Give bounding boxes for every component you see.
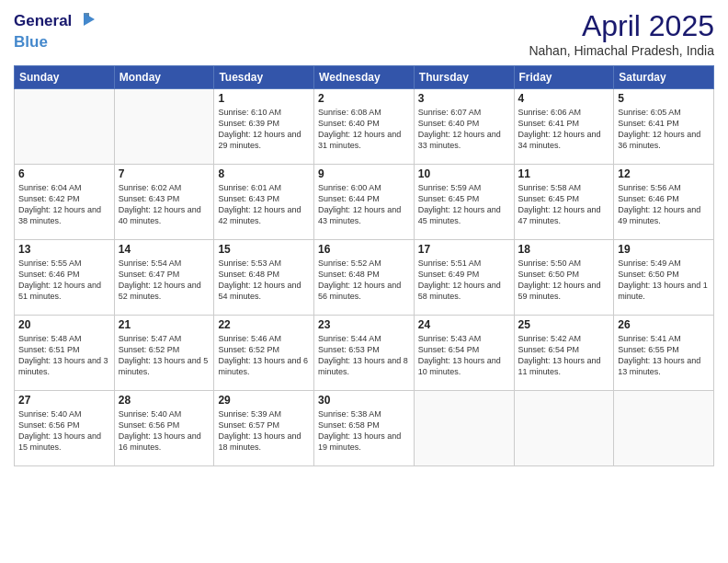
- day-number: 25: [518, 318, 610, 331]
- day-number: 12: [618, 167, 710, 180]
- calendar-cell: 19Sunrise: 5:49 AM Sunset: 6:50 PM Dayli…: [614, 240, 714, 316]
- calendar-cell: 8Sunrise: 6:01 AM Sunset: 6:43 PM Daylig…: [214, 165, 314, 240]
- day-info: Sunrise: 5:38 AM Sunset: 6:58 PM Dayligh…: [318, 408, 410, 454]
- day-info: Sunrise: 5:56 AM Sunset: 6:46 PM Dayligh…: [618, 182, 710, 227]
- day-info: Sunrise: 6:10 AM Sunset: 6:39 PM Dayligh…: [218, 107, 310, 152]
- day-number: 26: [618, 318, 710, 331]
- day-info: Sunrise: 5:51 AM Sunset: 6:49 PM Dayligh…: [418, 258, 510, 303]
- week-row-5: 27Sunrise: 5:40 AM Sunset: 6:56 PM Dayli…: [15, 391, 714, 466]
- day-number: 5: [618, 92, 710, 105]
- day-info: Sunrise: 6:01 AM Sunset: 6:43 PM Dayligh…: [218, 182, 310, 227]
- calendar-table: Sunday Monday Tuesday Wednesday Thursday…: [14, 65, 714, 466]
- day-info: Sunrise: 5:46 AM Sunset: 6:52 PM Dayligh…: [218, 333, 310, 378]
- col-monday: Monday: [114, 66, 214, 89]
- day-number: 3: [418, 92, 510, 105]
- logo: General Blue: [14, 9, 97, 51]
- day-number: 4: [518, 92, 610, 105]
- week-row-4: 20Sunrise: 5:48 AM Sunset: 6:51 PM Dayli…: [15, 316, 714, 391]
- day-number: 10: [418, 167, 510, 180]
- calendar-cell: [514, 391, 614, 466]
- calendar-cell: 20Sunrise: 5:48 AM Sunset: 6:51 PM Dayli…: [15, 316, 115, 391]
- calendar-cell: 26Sunrise: 5:41 AM Sunset: 6:55 PM Dayli…: [614, 316, 714, 391]
- day-number: 22: [218, 318, 310, 331]
- day-info: Sunrise: 6:05 AM Sunset: 6:41 PM Dayligh…: [618, 107, 710, 152]
- calendar-cell: 30Sunrise: 5:38 AM Sunset: 6:58 PM Dayli…: [314, 391, 415, 466]
- day-number: 19: [618, 243, 710, 256]
- day-info: Sunrise: 5:58 AM Sunset: 6:45 PM Dayligh…: [518, 182, 610, 227]
- col-sunday: Sunday: [15, 66, 115, 89]
- day-number: 8: [218, 167, 310, 180]
- day-info: Sunrise: 6:06 AM Sunset: 6:41 PM Dayligh…: [518, 107, 610, 152]
- page: General Blue April 2025 Nahan, Himachal …: [0, 0, 728, 563]
- logo-text: General Blue: [14, 9, 97, 51]
- day-info: Sunrise: 5:39 AM Sunset: 6:57 PM Dayligh…: [218, 408, 310, 454]
- day-number: 14: [119, 243, 210, 256]
- calendar-cell: 9Sunrise: 6:00 AM Sunset: 6:44 PM Daylig…: [314, 165, 415, 240]
- week-row-2: 6Sunrise: 6:04 AM Sunset: 6:42 PM Daylig…: [15, 165, 714, 240]
- calendar-cell: 11Sunrise: 5:58 AM Sunset: 6:45 PM Dayli…: [514, 165, 614, 240]
- day-number: 28: [119, 394, 210, 407]
- day-number: 9: [318, 167, 410, 180]
- day-number: 13: [18, 243, 110, 256]
- day-number: 29: [218, 394, 310, 407]
- calendar-cell: 3Sunrise: 6:07 AM Sunset: 6:40 PM Daylig…: [414, 89, 514, 165]
- col-friday: Friday: [514, 66, 614, 89]
- calendar-cell: 21Sunrise: 5:47 AM Sunset: 6:52 PM Dayli…: [114, 316, 214, 391]
- day-info: Sunrise: 6:07 AM Sunset: 6:40 PM Dayligh…: [418, 107, 510, 152]
- calendar-cell: 25Sunrise: 5:42 AM Sunset: 6:54 PM Dayli…: [514, 316, 614, 391]
- calendar-cell: 16Sunrise: 5:52 AM Sunset: 6:48 PM Dayli…: [314, 240, 415, 316]
- calendar-cell: 24Sunrise: 5:43 AM Sunset: 6:54 PM Dayli…: [414, 316, 514, 391]
- day-info: Sunrise: 5:40 AM Sunset: 6:56 PM Dayligh…: [119, 408, 210, 454]
- calendar-cell: [15, 89, 115, 165]
- calendar-cell: [414, 391, 514, 466]
- day-info: Sunrise: 5:48 AM Sunset: 6:51 PM Dayligh…: [18, 333, 110, 378]
- week-row-1: 1Sunrise: 6:10 AM Sunset: 6:39 PM Daylig…: [15, 89, 714, 165]
- day-number: 24: [418, 318, 510, 331]
- day-number: 30: [318, 394, 410, 407]
- day-number: 20: [18, 318, 110, 331]
- calendar-cell: 6Sunrise: 6:04 AM Sunset: 6:42 PM Daylig…: [15, 165, 115, 240]
- col-saturday: Saturday: [614, 66, 714, 89]
- col-wednesday: Wednesday: [314, 66, 415, 89]
- location: Nahan, Himachal Pradesh, India: [529, 43, 714, 58]
- col-tuesday: Tuesday: [214, 66, 314, 89]
- calendar-cell: 12Sunrise: 5:56 AM Sunset: 6:46 PM Dayli…: [614, 165, 714, 240]
- day-number: 1: [218, 92, 310, 105]
- month-title: April 2025: [529, 9, 714, 43]
- calendar-cell: 14Sunrise: 5:54 AM Sunset: 6:47 PM Dayli…: [114, 240, 214, 316]
- day-number: 21: [119, 318, 210, 331]
- calendar-cell: 27Sunrise: 5:40 AM Sunset: 6:56 PM Dayli…: [15, 391, 115, 466]
- day-info: Sunrise: 5:55 AM Sunset: 6:46 PM Dayligh…: [18, 258, 110, 303]
- day-number: 7: [119, 167, 210, 180]
- day-info: Sunrise: 6:08 AM Sunset: 6:40 PM Dayligh…: [318, 107, 410, 152]
- calendar-cell: 1Sunrise: 6:10 AM Sunset: 6:39 PM Daylig…: [214, 89, 314, 165]
- day-number: 27: [18, 394, 110, 407]
- calendar-cell: 13Sunrise: 5:55 AM Sunset: 6:46 PM Dayli…: [15, 240, 115, 316]
- calendar-cell: 22Sunrise: 5:46 AM Sunset: 6:52 PM Dayli…: [214, 316, 314, 391]
- day-number: 6: [18, 167, 110, 180]
- day-info: Sunrise: 5:43 AM Sunset: 6:54 PM Dayligh…: [418, 333, 510, 378]
- day-info: Sunrise: 5:42 AM Sunset: 6:54 PM Dayligh…: [518, 333, 610, 378]
- calendar-cell: 18Sunrise: 5:50 AM Sunset: 6:50 PM Dayli…: [514, 240, 614, 316]
- day-info: Sunrise: 5:49 AM Sunset: 6:50 PM Dayligh…: [618, 258, 710, 303]
- calendar-cell: 17Sunrise: 5:51 AM Sunset: 6:49 PM Dayli…: [414, 240, 514, 316]
- calendar-cell: 5Sunrise: 6:05 AM Sunset: 6:41 PM Daylig…: [614, 89, 714, 165]
- calendar-cell: 2Sunrise: 6:08 AM Sunset: 6:40 PM Daylig…: [314, 89, 415, 165]
- calendar-cell: 7Sunrise: 6:02 AM Sunset: 6:43 PM Daylig…: [114, 165, 214, 240]
- day-info: Sunrise: 5:40 AM Sunset: 6:56 PM Dayligh…: [18, 408, 110, 454]
- title-block: April 2025 Nahan, Himachal Pradesh, Indi…: [529, 9, 714, 58]
- day-info: Sunrise: 5:50 AM Sunset: 6:50 PM Dayligh…: [518, 258, 610, 303]
- calendar-cell: [114, 89, 214, 165]
- calendar-cell: 10Sunrise: 5:59 AM Sunset: 6:45 PM Dayli…: [414, 165, 514, 240]
- header: General Blue April 2025 Nahan, Himachal …: [14, 9, 714, 58]
- calendar-cell: 23Sunrise: 5:44 AM Sunset: 6:53 PM Dayli…: [314, 316, 415, 391]
- day-number: 15: [218, 243, 310, 256]
- day-number: 23: [318, 318, 410, 331]
- calendar-cell: 28Sunrise: 5:40 AM Sunset: 6:56 PM Dayli…: [114, 391, 214, 466]
- day-info: Sunrise: 6:00 AM Sunset: 6:44 PM Dayligh…: [318, 182, 410, 227]
- day-info: Sunrise: 5:54 AM Sunset: 6:47 PM Dayligh…: [119, 258, 210, 303]
- day-info: Sunrise: 5:44 AM Sunset: 6:53 PM Dayligh…: [318, 333, 410, 378]
- day-number: 18: [518, 243, 610, 256]
- day-info: Sunrise: 6:02 AM Sunset: 6:43 PM Dayligh…: [119, 182, 210, 227]
- day-info: Sunrise: 5:53 AM Sunset: 6:48 PM Dayligh…: [218, 258, 310, 303]
